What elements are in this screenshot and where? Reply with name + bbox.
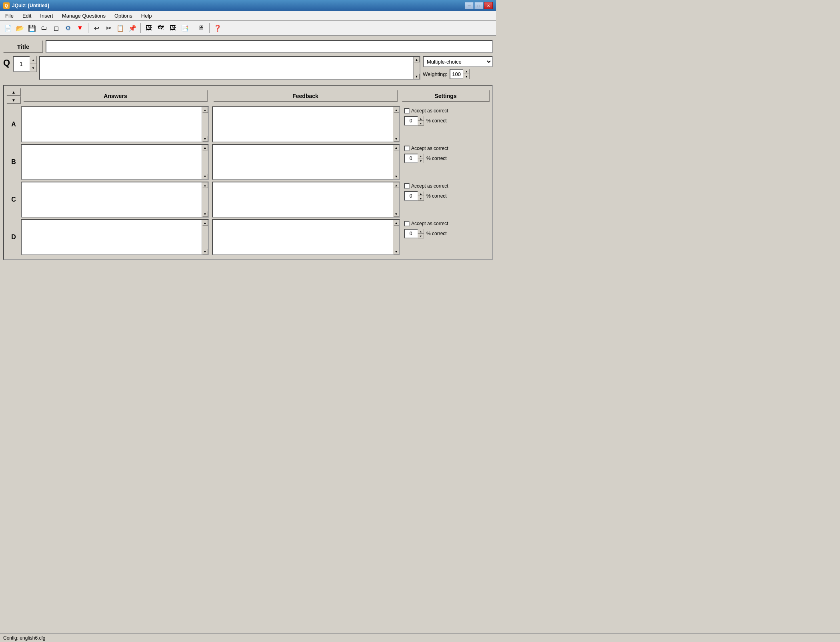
title-label: Title	[3, 40, 43, 53]
toolbar-img2-button[interactable]: 🗺	[155, 22, 166, 34]
row-label-c: C	[6, 182, 21, 218]
menu-file[interactable]: File	[2, 12, 17, 20]
toolbar-undo-button[interactable]: ↩	[91, 22, 102, 34]
accept-a-label: Accept as correct	[411, 108, 448, 114]
answer-c-scrollbar[interactable]: ▲ ▼	[202, 182, 208, 217]
answer-c-scroll-up[interactable]: ▲	[202, 182, 208, 188]
answer-d-scroll-down[interactable]: ▼	[202, 249, 208, 254]
toolbar-copy-button[interactable]: 📋	[115, 22, 126, 34]
feedback-b-container: ▲ ▼	[212, 144, 400, 180]
answer-a-scroll-up[interactable]: ▲	[202, 107, 208, 113]
question-scrollbar[interactable]: ▲ ▼	[413, 57, 420, 79]
settings-column-header: Settings	[402, 90, 490, 102]
percent-a-down[interactable]: ▼	[418, 121, 424, 126]
question-textarea[interactable]	[40, 57, 413, 79]
move-buttons: ▲ ▼	[6, 88, 21, 104]
feedback-c-scroll-up[interactable]: ▲	[394, 182, 399, 188]
toolbar-cut-button[interactable]: ✂	[103, 22, 114, 34]
weighting-spinner: ▲ ▼	[463, 69, 470, 79]
feedback-c-scroll-down[interactable]: ▼	[394, 211, 399, 217]
toolbar-paste-button[interactable]: 📌	[127, 22, 138, 34]
menu-manage-questions[interactable]: Manage Questions	[58, 12, 109, 20]
title-row: Title	[3, 39, 493, 54]
percent-c-up[interactable]: ▲	[418, 191, 424, 196]
percent-a-up[interactable]: ▲	[418, 116, 424, 121]
close-button[interactable]: ✕	[484, 2, 493, 9]
feedback-a-textarea[interactable]	[213, 107, 393, 142]
answer-d-scroll-up[interactable]: ▲	[202, 220, 208, 226]
toolbar-help-button[interactable]: ❓	[212, 22, 223, 34]
toolbar-saveas-button[interactable]: 🗂	[38, 22, 50, 34]
toolbar-img1-button[interactable]: 🖼	[143, 22, 154, 34]
feedback-b-scroll-up[interactable]: ▲	[394, 145, 399, 150]
toolbar-clear-button[interactable]: ◻	[50, 22, 62, 34]
menu-insert[interactable]: Insert	[36, 12, 57, 20]
toolbar-img4-button[interactable]: 📑	[179, 22, 190, 34]
toolbar-open-button[interactable]: 📂	[14, 22, 26, 34]
question-scroll-down[interactable]: ▼	[414, 74, 420, 79]
percent-c-label: % correct	[426, 193, 447, 199]
answer-b-scrollbar[interactable]: ▲ ▼	[202, 145, 208, 179]
toolbar-sep-2	[140, 23, 141, 33]
feedback-d-scroll-up[interactable]: ▲	[394, 220, 399, 226]
answer-b-scroll-up[interactable]: ▲	[202, 145, 208, 150]
answer-a-scrollbar[interactable]: ▲ ▼	[202, 107, 208, 142]
feedback-a-scroll-up[interactable]: ▲	[394, 107, 399, 113]
question-number-up[interactable]: ▲	[30, 56, 37, 64]
percent-b-down[interactable]: ▼	[418, 158, 424, 163]
toolbar-export-button[interactable]: ▼	[74, 22, 86, 34]
feedback-b-scrollbar[interactable]: ▲ ▼	[393, 145, 399, 179]
toolbar-new-button[interactable]: 📄	[2, 22, 14, 34]
restore-button[interactable]: □	[474, 2, 483, 9]
accept-d-checkbox[interactable]	[404, 221, 410, 226]
answer-b-textarea[interactable]	[22, 145, 202, 179]
answer-c-scroll-down[interactable]: ▼	[202, 211, 208, 217]
toolbar-wizard-button[interactable]: ⚙	[62, 22, 74, 34]
answer-a-scroll-down[interactable]: ▼	[202, 136, 208, 142]
feedback-d-textarea[interactable]	[213, 220, 393, 254]
title-input[interactable]	[46, 40, 493, 53]
weighting-up[interactable]: ▲	[463, 69, 470, 74]
feedback-b-scroll-down[interactable]: ▼	[394, 174, 399, 179]
question-type-select[interactable]: Multiple-choice Short-answer Jumbled-sen…	[423, 56, 493, 67]
feedback-b-textarea[interactable]	[213, 145, 393, 179]
toolbar-special-button[interactable]: 🖥	[196, 22, 207, 34]
move-down-button[interactable]: ▼	[6, 96, 21, 104]
question-scroll-up[interactable]: ▲	[414, 57, 420, 62]
accept-a-checkbox[interactable]	[404, 108, 410, 114]
accept-b-checkbox[interactable]	[404, 146, 410, 151]
feedback-d-scrollbar[interactable]: ▲ ▼	[393, 220, 399, 254]
toolbar-sep-4	[209, 23, 210, 33]
answer-b-scroll-down[interactable]: ▼	[202, 174, 208, 179]
answer-d-textarea[interactable]	[22, 220, 202, 254]
menu-help[interactable]: Help	[138, 12, 156, 20]
percent-c-down[interactable]: ▼	[418, 196, 424, 201]
title-bar-left: Q JQuiz: [Untitled]	[3, 2, 49, 9]
weighting-down[interactable]: ▼	[463, 74, 470, 79]
answer-a-textarea[interactable]	[22, 107, 202, 142]
percent-d-up[interactable]: ▲	[418, 229, 424, 234]
percent-b-up[interactable]: ▲	[418, 154, 424, 158]
feedback-c-textarea[interactable]	[213, 182, 393, 217]
weighting-row: Weighting: ▲ ▼	[423, 69, 493, 79]
answer-row-c: C ▲ ▼ ▲ ▼ Ac	[6, 182, 490, 218]
question-right-panel: Multiple-choice Short-answer Jumbled-sen…	[423, 56, 493, 79]
question-row: Q ▲ ▼ ▲ ▼ Multiple-choice Short-answer	[3, 56, 493, 82]
question-number-down[interactable]: ▼	[30, 64, 37, 72]
answer-c-textarea[interactable]	[22, 182, 202, 217]
toolbar-save-button[interactable]: 💾	[26, 22, 38, 34]
accept-c-checkbox[interactable]	[404, 183, 410, 189]
answer-d-scrollbar[interactable]: ▲ ▼	[202, 220, 208, 254]
feedback-c-scrollbar[interactable]: ▲ ▼	[393, 182, 399, 217]
percent-d-label: % correct	[426, 231, 447, 236]
feedback-a-scroll-down[interactable]: ▼	[394, 136, 399, 142]
feedback-a-scrollbar[interactable]: ▲ ▼	[393, 107, 399, 142]
toolbar-img3-button[interactable]: 🖼	[167, 22, 178, 34]
percent-d-down[interactable]: ▼	[418, 234, 424, 238]
feedback-d-container: ▲ ▼	[212, 219, 400, 255]
move-up-button[interactable]: ▲	[6, 88, 21, 96]
menu-options[interactable]: Options	[111, 12, 136, 20]
minimize-button[interactable]: ─	[465, 2, 474, 9]
feedback-d-scroll-down[interactable]: ▼	[394, 249, 399, 254]
menu-edit[interactable]: Edit	[19, 12, 35, 20]
